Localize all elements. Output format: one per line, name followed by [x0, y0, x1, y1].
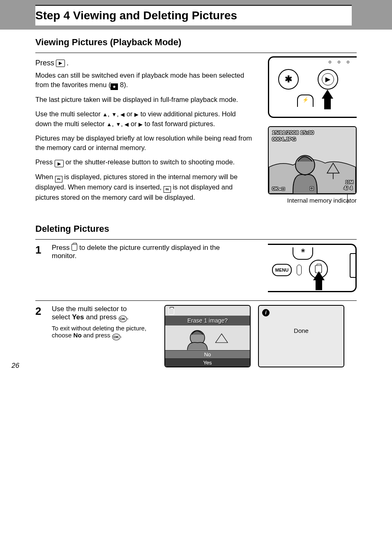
- paragraph: Press ▶ or the shutter-release button to…: [35, 157, 253, 168]
- info-icon: i: [262, 309, 270, 316]
- flash-icon: ⚡: [297, 95, 314, 107]
- section-heading-deleting: Deleting Pictures: [35, 224, 357, 234]
- pill-icon: [297, 265, 302, 275]
- divider: [35, 300, 357, 301]
- right-icon: ▶: [134, 112, 138, 117]
- internal-memory-icon: IN: [55, 176, 62, 182]
- camera-back-figure: ✱ ▶ ⚡: [268, 56, 357, 118]
- section-heading-viewing: Viewing Pictures (Playback Mode): [35, 37, 357, 48]
- trash-icon: [71, 244, 77, 251]
- right-icon: ▶: [138, 122, 143, 127]
- step-subtext: To exit without deleting the picture, ch…: [52, 325, 159, 340]
- page-title: Step 4 Viewing and Deleting Pictures: [35, 5, 352, 25]
- paragraph: When IN is displayed, pictures stored in…: [35, 172, 253, 202]
- down-icon: ▼: [115, 122, 121, 127]
- paragraph: The last picture taken will be displayed…: [35, 95, 253, 104]
- arrow-stem: [316, 280, 322, 290]
- ok-icon: OK: [119, 316, 127, 322]
- arrow-up-icon: [322, 90, 333, 99]
- divider: [35, 239, 357, 240]
- size-indicator: 10M: [346, 180, 353, 185]
- ok-icon: OK: [112, 334, 120, 340]
- grip-icon: [350, 253, 355, 278]
- left-icon: ◀: [125, 122, 129, 127]
- dialog-option-yes: Yes: [165, 358, 250, 367]
- erase-dialog-figure: Erase 1 image? No Yes: [164, 305, 251, 367]
- menu-button-icon: MENU: [272, 264, 292, 276]
- step-number: 1: [35, 244, 46, 292]
- internal-memory-icon: IN: [164, 186, 171, 193]
- playback-icon: ▶: [56, 60, 65, 67]
- star-button-icon: ✱: [278, 69, 299, 90]
- ok-indicator: OK ▸⊡: [272, 187, 285, 191]
- paragraph: Modes can still be switched even if play…: [35, 71, 253, 90]
- dialog-title: Erase 1 image?: [165, 316, 250, 325]
- playback-icon: ▶: [55, 160, 64, 167]
- done-dialog-figure: i Done: [258, 305, 344, 367]
- figure-caption: Internal memory indicator: [268, 197, 357, 204]
- dialog-option-no: No: [165, 350, 250, 358]
- favorites-icon: ★: [111, 83, 118, 90]
- up-icon: ▲: [106, 122, 112, 127]
- macro-icon: ❀: [293, 247, 313, 260]
- paragraph: Pictures may be displayed briefly at low…: [35, 134, 253, 152]
- down-icon: ▼: [111, 112, 117, 117]
- paragraph: Use the multi selector ▲, ▼, ◀ or ▶ to v…: [35, 109, 253, 128]
- screen-counter: 4/ 4: [344, 185, 353, 191]
- title-banner: Step 4 Viewing and Deleting Pictures: [0, 0, 392, 30]
- callout-line: [347, 194, 348, 203]
- page-content: Basic Photography and Playback: Auto Mod…: [0, 37, 392, 376]
- trash-icon: [168, 308, 174, 316]
- step-number: 2: [35, 305, 46, 367]
- step-text: Press to delete the picture currently di…: [52, 244, 241, 260]
- in-indicator: ⊡: [310, 186, 314, 191]
- left-icon: ◀: [120, 112, 125, 117]
- press-playback-heading: Press ▶.: [35, 59, 260, 67]
- playback-button-icon: ▶: [318, 69, 338, 90]
- arrow-up-icon: [313, 271, 325, 280]
- step-text: Use the multi selector to select Yes and…: [52, 305, 146, 322]
- done-text: Done: [259, 327, 344, 334]
- page-number: 26: [12, 362, 19, 370]
- divider: [35, 53, 357, 53]
- up-icon: ▲: [102, 112, 108, 117]
- playback-screen-figure: 15/11/2008 15:30 0004.JPG OK ▸⊡ ⊡ 4/ 4 1…: [268, 126, 357, 194]
- arrow-stem: [324, 99, 331, 109]
- camera-delete-figure: ❀ MENU: [268, 244, 357, 292]
